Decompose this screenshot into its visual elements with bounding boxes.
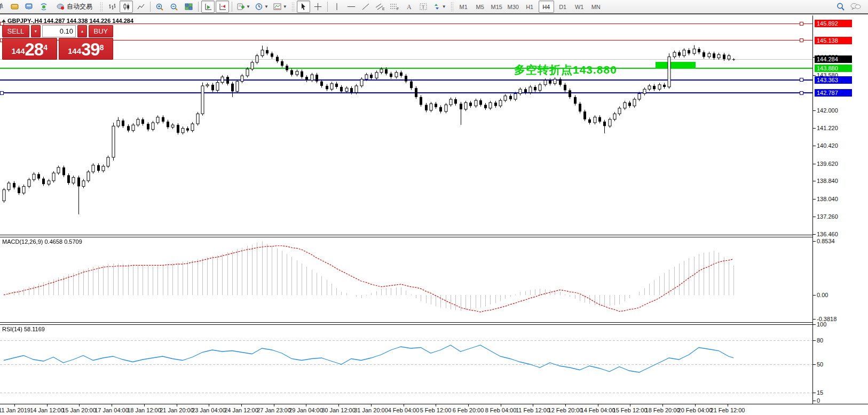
svg-text:E: E <box>382 7 385 11</box>
chat-icon[interactable] <box>850 2 862 11</box>
crosshair-button[interactable] <box>311 1 325 13</box>
time-axis-label: 18 Jan 12:00 <box>127 407 161 413</box>
time-axis-label: 27 Jan 23:00 <box>257 407 291 413</box>
sell-price-pips: 28 <box>25 41 44 58</box>
time-axis-label: 14 Feb 04:00 <box>581 407 616 413</box>
timeframe-button-MN[interactable]: MN <box>588 1 604 13</box>
axis-tick-mark <box>813 393 816 393</box>
search-icon[interactable] <box>836 2 846 11</box>
volume-decrease-button[interactable]: ▼ <box>31 25 41 37</box>
buy-price-button[interactable]: 144398 <box>59 38 114 60</box>
line-handle[interactable] <box>0 91 4 95</box>
line-handle[interactable] <box>800 38 803 42</box>
panel-separator[interactable] <box>0 235 868 237</box>
one-click-collapse-arrow[interactable] <box>2 19 6 22</box>
toolbar: 单 自动交易 ▼ ▼ <box>0 0 868 14</box>
line-chart-button[interactable] <box>134 1 147 13</box>
trendline-button[interactable] <box>359 1 373 13</box>
line-handle[interactable] <box>800 78 803 82</box>
text-icon: A <box>405 3 413 11</box>
buy-price-pips: 39 <box>81 41 100 58</box>
time-axis-label: 15 Jan 20:00 <box>62 407 96 413</box>
zoom-out-button[interactable] <box>168 1 181 13</box>
autotrading-button[interactable]: 自动交易 <box>51 1 97 13</box>
bar-chart-button[interactable] <box>105 1 119 13</box>
arrows-button[interactable]: ▼ <box>431 1 448 13</box>
toolbar-divider <box>232 2 232 12</box>
chart-text-annotation[interactable]: 多空转折点143.880 <box>514 62 617 77</box>
vertical-line-button[interactable] <box>330 1 344 13</box>
timeframe-button-M5[interactable]: M5 <box>472 1 488 13</box>
text-button[interactable]: A <box>403 1 416 13</box>
signals-button[interactable] <box>37 1 50 13</box>
panel-separator[interactable] <box>0 322 868 325</box>
time-axis[interactable]: 11 Jan 201914 Jan 12:0015 Jan 20:0017 Ja… <box>0 404 868 415</box>
volume-input[interactable]: 0.10 <box>42 25 76 37</box>
axis-tick-mark <box>813 241 816 242</box>
time-axis-label: 23 Jan 04:00 <box>192 407 226 413</box>
line-handle[interactable] <box>800 91 803 95</box>
time-tick-mark <box>371 404 372 406</box>
time-tick-mark <box>14 404 15 406</box>
auto-scroll-icon <box>204 3 212 11</box>
periods-button[interactable]: ▼ <box>253 1 270 13</box>
zoom-in-button[interactable] <box>153 1 167 13</box>
equidistant-channel-button[interactable]: E <box>374 1 387 13</box>
timeframe-button-M1[interactable]: M1 <box>456 1 471 13</box>
timeframe-button-M15[interactable]: M15 <box>489 1 504 13</box>
time-axis-label: 12 Feb 20:00 <box>548 407 583 413</box>
macd-tick-label: 0.8534 <box>817 238 835 244</box>
horizontal-line-icon <box>347 3 356 11</box>
volume-increase-button[interactable]: ▲ <box>77 25 87 37</box>
macd-canvas[interactable] <box>0 237 812 323</box>
buy-button[interactable]: BUY <box>89 25 113 37</box>
buy-button-label: BUY <box>93 27 108 35</box>
price-axis[interactable]: 144.380143.580142.000141.220140.420139.6… <box>812 15 868 404</box>
tile-windows-icon <box>184 3 193 11</box>
time-tick-mark <box>436 404 436 406</box>
timeframe-button-M30[interactable]: M30 <box>506 1 521 13</box>
time-tick-mark <box>404 404 404 406</box>
axis-tick-mark <box>813 324 816 325</box>
horizontal-line-button[interactable] <box>345 1 358 13</box>
toolbar-grip <box>291 2 294 12</box>
time-tick-mark <box>501 404 501 406</box>
timeframe-group: M1M5M15M30H1H4D1W1MN <box>456 1 604 13</box>
svg-text:F: F <box>397 7 399 11</box>
rsi-canvas[interactable] <box>0 324 812 404</box>
auto-scroll-button[interactable] <box>201 1 215 13</box>
candlestick-chart-button[interactable] <box>120 1 133 13</box>
timeframe-button-D1[interactable]: D1 <box>555 1 571 13</box>
timeframe-button-W1[interactable]: W1 <box>572 1 587 13</box>
price-tick-label: 140.420 <box>817 142 838 149</box>
toolbar-divider <box>150 2 151 12</box>
cursor-button[interactable] <box>297 1 310 13</box>
axis-tick-mark <box>813 364 816 365</box>
new-order-button[interactable]: 单 <box>0 1 7 13</box>
tile-windows-button[interactable] <box>182 1 195 13</box>
price-tick-label: 139.620 <box>817 161 838 167</box>
time-axis-label: 18 Feb 20:00 <box>645 407 680 413</box>
sell-price-button[interactable]: 144284 <box>2 38 57 60</box>
blue-monitor-icon <box>25 3 34 11</box>
axis-tick-mark <box>813 217 816 217</box>
axis-tick-mark <box>813 110 816 111</box>
line-handle[interactable] <box>800 22 803 26</box>
price-chart-canvas[interactable] <box>0 15 812 235</box>
time-tick-mark <box>306 404 306 406</box>
price-badge-144.284: 144.284 <box>815 55 852 63</box>
templates-button[interactable]: ▼ <box>271 1 289 13</box>
time-tick-mark <box>177 404 177 406</box>
market-watch-icon-button[interactable] <box>8 1 21 13</box>
time-tick-mark <box>209 404 209 406</box>
chart-title: GBPJPY-,H4 144.287 144.338 144.226 144.2… <box>7 18 133 24</box>
timeframe-button-H1[interactable]: H1 <box>522 1 538 13</box>
data-window-button[interactable] <box>22 1 36 13</box>
indicators-button[interactable]: ▼ <box>235 1 252 13</box>
timeframe-button-H4[interactable]: H4 <box>539 1 554 13</box>
text-label-button[interactable]: T <box>417 1 430 13</box>
time-tick-mark <box>728 404 728 406</box>
fibonacci-button[interactable]: F <box>388 1 401 13</box>
chart-shift-button[interactable] <box>216 1 229 13</box>
sell-button[interactable]: SELL <box>2 25 29 37</box>
